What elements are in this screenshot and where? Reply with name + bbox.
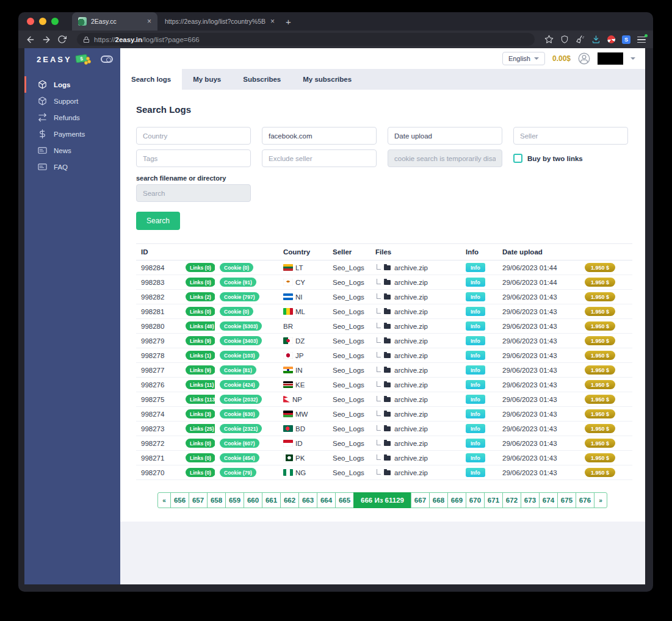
page-button-664[interactable]: 664 (317, 492, 336, 508)
price-badge[interactable]: 1.950 $ (585, 439, 615, 448)
sidebar-toggle-icon[interactable] (101, 56, 113, 63)
buy-two-links-option[interactable]: Buy by two links (513, 154, 628, 163)
domain-input[interactable] (262, 127, 377, 145)
reload-icon[interactable] (57, 35, 67, 45)
links-badge[interactable]: Links (11) (186, 380, 215, 389)
links-badge[interactable]: Links (25) (186, 424, 215, 433)
country-input[interactable] (136, 127, 251, 145)
file-name[interactable]: archive.zip (394, 264, 428, 271)
links-badge[interactable]: Links (48) (186, 321, 215, 331)
price-badge[interactable]: 1.950 $ (585, 292, 615, 301)
cleaner-extension-icon[interactable] (576, 35, 585, 44)
cookie-badge[interactable]: Cookie (607) (220, 439, 259, 448)
info-button[interactable]: Info (466, 278, 485, 287)
page-button-667[interactable]: 667 (411, 492, 430, 508)
links-badge[interactable]: Links (9) (186, 336, 215, 345)
file-name[interactable]: archive.zip (394, 381, 428, 389)
tags-input[interactable] (136, 149, 251, 167)
info-button[interactable]: Info (466, 307, 485, 316)
info-button[interactable]: Info (466, 336, 485, 345)
links-badge[interactable]: Links (0) (186, 263, 215, 272)
info-button[interactable]: Info (466, 380, 485, 389)
page-button-676[interactable]: 676 (576, 492, 594, 508)
cookie-badge[interactable]: Cookie (3403) (220, 336, 262, 345)
tab-my-buys[interactable]: My buys (182, 69, 232, 90)
file-name[interactable]: archive.zip (394, 308, 428, 315)
browser-menu-icon[interactable] (637, 36, 646, 43)
file-name[interactable]: archive.zip (394, 337, 428, 345)
page-button-675[interactable]: 675 (557, 492, 576, 508)
tab-my-subscribes[interactable]: My subscribes (292, 69, 363, 90)
cookie-badge[interactable]: Cookie (630) (220, 409, 259, 418)
info-button[interactable]: Info (466, 453, 485, 462)
shield-icon[interactable] (560, 35, 569, 44)
links-badge[interactable]: Links (113) (186, 395, 215, 404)
cookie-badge[interactable]: Cookie (2032) (220, 395, 262, 404)
links-badge[interactable]: Links (0) (186, 453, 215, 462)
tab-search-logs[interactable]: Search logs (120, 69, 182, 90)
close-window-button[interactable] (27, 18, 34, 25)
window-controls[interactable] (27, 18, 59, 25)
info-button[interactable]: Info (466, 439, 485, 448)
file-name[interactable]: archive.zip (394, 323, 428, 330)
price-badge[interactable]: 1.950 $ (585, 278, 615, 287)
page-button-656[interactable]: 656 (170, 492, 189, 508)
sidebar-item-refunds[interactable]: Refunds (24, 109, 120, 126)
price-badge[interactable]: 1.950 $ (585, 336, 615, 345)
pagination-next[interactable]: » (594, 492, 607, 508)
cookie-badge[interactable]: Cookie (424) (220, 380, 259, 389)
page-button-671[interactable]: 671 (484, 492, 503, 508)
price-badge[interactable]: 1.950 $ (585, 395, 615, 404)
price-badge[interactable]: 1.950 $ (585, 321, 615, 331)
avatar-icon[interactable] (578, 52, 590, 65)
download-icon[interactable] (591, 35, 601, 44)
page-button-669[interactable]: 669 (447, 492, 466, 508)
cookie-badge[interactable]: Cookie (0) (220, 263, 253, 272)
info-button[interactable]: Info (466, 263, 485, 272)
price-badge[interactable]: 1.950 $ (585, 263, 615, 272)
exclude-seller-input[interactable] (262, 149, 377, 167)
cookie-badge[interactable]: Cookie (79) (220, 468, 256, 477)
file-name[interactable]: archive.zip (394, 279, 428, 286)
file-name[interactable]: archive.zip (394, 396, 428, 403)
links-badge[interactable]: Links (0) (186, 468, 215, 477)
page-button-672[interactable]: 672 (502, 492, 521, 508)
cookie-badge[interactable]: Cookie (0) (220, 307, 253, 316)
page-button-659[interactable]: 659 (225, 492, 244, 508)
file-name[interactable]: archive.zip (394, 352, 428, 359)
minimize-window-button[interactable] (39, 18, 46, 25)
cookie-badge[interactable]: Cookie (454) (220, 453, 259, 462)
forward-icon[interactable] (42, 35, 51, 45)
file-name[interactable]: archive.zip (394, 411, 428, 418)
browser-tab-active[interactable]: 2Easy.cc × (72, 12, 157, 31)
links-badge[interactable]: Links (2) (186, 292, 215, 301)
sidebar-item-support[interactable]: Support (24, 93, 120, 109)
new-tab-button[interactable]: + (286, 16, 291, 27)
price-badge[interactable]: 1.950 $ (585, 307, 615, 316)
cookie-badge[interactable]: Cookie (2321) (220, 424, 262, 433)
page-button-663[interactable]: 663 (298, 492, 317, 508)
price-badge[interactable]: 1.950 $ (585, 365, 615, 375)
checkbox[interactable] (513, 154, 522, 163)
page-button-658[interactable]: 658 (207, 492, 226, 508)
s-extension-icon[interactable]: S (622, 35, 630, 44)
tab-subscribes[interactable]: Subscribes (232, 69, 292, 90)
links-badge[interactable]: Links (9) (186, 365, 215, 375)
account-chevron-icon[interactable] (630, 57, 635, 60)
sidebar-item-news[interactable]: News (24, 142, 120, 159)
file-name[interactable]: archive.zip (394, 440, 428, 447)
language-select[interactable]: English (502, 52, 545, 65)
file-name[interactable]: archive.zip (394, 293, 428, 301)
price-badge[interactable]: 1.950 $ (585, 424, 615, 433)
date-upload-input[interactable] (388, 127, 502, 145)
file-name[interactable]: archive.zip (394, 367, 428, 374)
price-badge[interactable]: 1.950 $ (585, 468, 615, 477)
pagination-prev[interactable]: « (157, 492, 171, 508)
cookie-badge[interactable]: Cookie (5303) (220, 321, 262, 331)
info-button[interactable]: Info (466, 365, 485, 375)
info-button[interactable]: Info (466, 468, 485, 477)
sidebar-item-payments[interactable]: Payments (24, 126, 120, 142)
links-badge[interactable]: Links (3) (186, 409, 215, 418)
links-badge[interactable]: Links (0) (186, 278, 215, 287)
price-badge[interactable]: 1.950 $ (585, 409, 615, 418)
